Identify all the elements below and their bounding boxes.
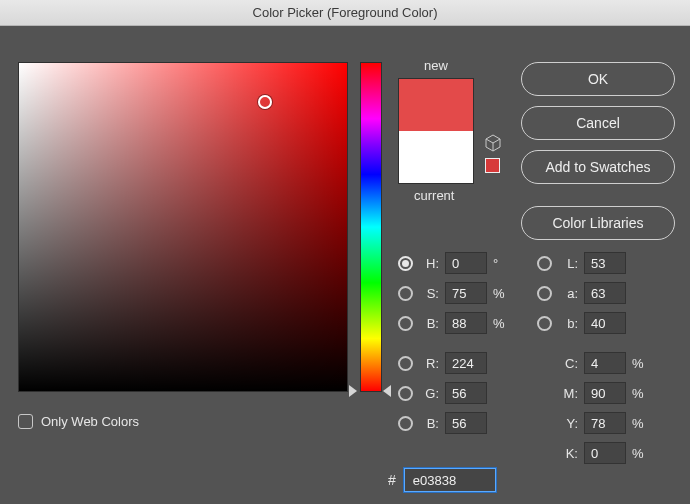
radio-g[interactable]	[398, 386, 413, 401]
radio-h[interactable]	[398, 256, 413, 271]
y-pct: %	[632, 416, 646, 431]
color-field-cursor[interactable]	[258, 95, 272, 109]
radio-s[interactable]	[398, 286, 413, 301]
l-label: L:	[558, 256, 578, 271]
window-title: Color Picker (Foreground Color)	[253, 5, 438, 20]
c-pct: %	[632, 356, 646, 371]
radio-blue[interactable]	[398, 416, 413, 431]
y-label: Y:	[558, 416, 578, 431]
cube-icon[interactable]	[484, 134, 502, 152]
swatch-compare	[398, 78, 474, 184]
m-pct: %	[632, 386, 646, 401]
lab-b-input[interactable]	[584, 312, 626, 334]
color-libraries-button[interactable]: Color Libraries	[521, 206, 675, 240]
bri-label: B:	[419, 316, 439, 331]
lab-b-label: b:	[558, 316, 578, 331]
blue-input[interactable]	[445, 412, 487, 434]
m-input[interactable]	[584, 382, 626, 404]
swatch-new	[399, 79, 473, 131]
k-input[interactable]	[584, 442, 626, 464]
hex-input[interactable]	[404, 468, 496, 492]
hue-slider-handle-right[interactable]	[383, 385, 391, 397]
ok-button[interactable]: OK	[521, 62, 675, 96]
cancel-button[interactable]: Cancel	[521, 106, 675, 140]
hue-strip[interactable]	[360, 62, 382, 392]
a-input[interactable]	[584, 282, 626, 304]
c-label: C:	[558, 356, 578, 371]
m-label: M:	[558, 386, 578, 401]
l-input[interactable]	[584, 252, 626, 274]
h-label: H:	[419, 256, 439, 271]
h-input[interactable]	[445, 252, 487, 274]
y-input[interactable]	[584, 412, 626, 434]
only-web-colors-label: Only Web Colors	[41, 414, 139, 429]
bri-pct: %	[493, 316, 507, 331]
color-field[interactable]	[18, 62, 348, 392]
radio-a[interactable]	[537, 286, 552, 301]
g-label: G:	[419, 386, 439, 401]
deg-unit: °	[493, 256, 507, 271]
g-input[interactable]	[445, 382, 487, 404]
add-to-swatches-button[interactable]: Add to Swatches	[521, 150, 675, 184]
c-input[interactable]	[584, 352, 626, 374]
k-label: K:	[558, 446, 578, 461]
out-of-gamut-swatch[interactable]	[485, 158, 500, 173]
bri-input[interactable]	[445, 312, 487, 334]
swatch-current-label: current	[414, 188, 454, 203]
swatch-current[interactable]	[399, 131, 473, 183]
s-pct: %	[493, 286, 507, 301]
radio-r[interactable]	[398, 356, 413, 371]
radio-lab-b[interactable]	[537, 316, 552, 331]
r-input[interactable]	[445, 352, 487, 374]
radio-l[interactable]	[537, 256, 552, 271]
swatch-new-label: new	[424, 58, 448, 73]
k-pct: %	[632, 446, 646, 461]
hex-hash: #	[388, 472, 396, 488]
a-label: a:	[558, 286, 578, 301]
color-field-bri-gradient	[19, 63, 347, 391]
radio-bri[interactable]	[398, 316, 413, 331]
hue-slider-handle-left[interactable]	[349, 385, 357, 397]
color-picker-dialog: new current OK Cancel Add to Swatches Co…	[0, 26, 690, 504]
s-input[interactable]	[445, 282, 487, 304]
r-label: R:	[419, 356, 439, 371]
only-web-colors-checkbox[interactable]	[18, 414, 33, 429]
s-label: S:	[419, 286, 439, 301]
window-titlebar: Color Picker (Foreground Color)	[0, 0, 690, 26]
blue-label: B:	[419, 416, 439, 431]
